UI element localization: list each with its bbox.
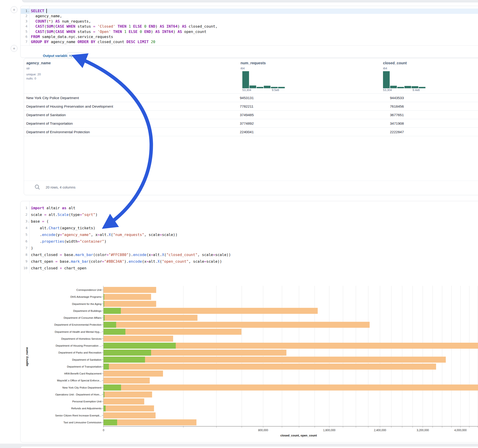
cell-num-requests: 3774892: [240, 119, 254, 128]
table-row[interactable]: Department of Sanitation 3749485 3677651: [24, 110, 478, 119]
cell-closed-count: 2222847: [390, 128, 404, 136]
y-axis-title: agency_name: [25, 347, 29, 367]
y-tick-label: Department of Transportation: [67, 365, 101, 368]
table-preview-card: agency_name str unique: 20 nulls: 0 num_…: [24, 58, 478, 195]
line-number: 7: [20, 40, 27, 44]
table-row[interactable]: Department of Environmental Protection 2…: [24, 127, 478, 136]
line-number: 5: [20, 30, 27, 33]
active-line-highlight: [30, 8, 478, 14]
histogram-bar: [264, 86, 270, 88]
cell-closed-count: 7618456: [390, 102, 404, 111]
line-number: 9: [20, 260, 27, 263]
cell-divider: [20, 45, 478, 46]
table-row[interactable]: Department of Transportation 3774892 347…: [24, 119, 478, 128]
column-dtype-closed-count: i64: [383, 67, 387, 70]
histogram-max-label: 9.4e6: [413, 88, 420, 92]
line-number: 10: [20, 266, 27, 270]
text-cursor: [46, 9, 47, 13]
y-tick-label: Refunds and Adjustments: [71, 407, 101, 410]
histogram-bar: [278, 87, 285, 88]
y-tick-label: Mayorâ€ s Office of Special Enforce...: [57, 379, 101, 382]
y-tick-label: Correspondence Unit: [76, 288, 101, 291]
y-tick-label: Personal Exemption Unit: [72, 400, 101, 403]
bar-closed: [104, 364, 436, 370]
cell-agency-name: Department of Transportation: [26, 119, 73, 128]
column-meta-nulls: nulls: 0: [26, 77, 36, 80]
histogram-bar: [390, 86, 397, 88]
search-icon[interactable]: [34, 184, 40, 191]
code-line: chart_closed + chart_open: [31, 266, 87, 270]
histogram-closed-count: [383, 70, 426, 89]
histogram-max-label: 9.5e6: [272, 88, 279, 92]
sql-code-cell[interactable]: 1⌄234567 SELECT agency_name, COUNT(*) AS…: [20, 6, 478, 58]
y-tick-label: Department for the Aging: [72, 303, 101, 305]
y-tick-label: New York City Police Department: [63, 386, 102, 389]
bar-closed: [104, 336, 173, 342]
cell-agency-name: Department of Sanitation: [26, 111, 66, 119]
code-line: SELECT: [31, 9, 47, 13]
line-number: 1: [20, 206, 27, 210]
add-cell-button-top[interactable]: +: [11, 6, 18, 13]
cell-agency-name: Department of Housing Preservation and D…: [26, 102, 113, 111]
column-header-num-requests: num_requests: [240, 61, 266, 65]
line-number: 8: [20, 253, 27, 256]
line-number: 6: [20, 239, 27, 243]
line-number: 3: [20, 19, 27, 23]
output-variable-pill[interactable]: agency_tickets: [67, 53, 87, 58]
histogram-num-requests: [242, 70, 285, 89]
bar-open: [104, 315, 105, 321]
x-axis-title: closed_count, open_count: [280, 434, 317, 437]
bar-closed: [104, 412, 156, 418]
add-cell-button-middle[interactable]: +: [11, 45, 18, 52]
column-header-closed-count: closed_count: [383, 61, 407, 65]
y-tick-label: Senior Citizen Rent Increase Exempti...: [55, 414, 101, 417]
bar-open: [104, 294, 104, 300]
line-number: 4: [20, 25, 27, 28]
bar-closed: [104, 392, 152, 398]
x-tick-label: 3,200,000: [417, 429, 429, 432]
y-tick-label: Department of Parks and Recreation: [58, 351, 101, 354]
cell-num-requests: 3749485: [240, 111, 254, 119]
y-tick-label: HRA Benefit Card Replacement: [64, 372, 102, 375]
bar-closed: [104, 357, 446, 363]
table-row[interactable]: Department of Housing Preservation and D…: [24, 102, 478, 111]
line-number: 5: [20, 233, 27, 236]
code-line: base = (: [31, 219, 49, 224]
bar-open: [104, 329, 126, 335]
code-line: CAST(SUM(CASE WHEN status = 'Closed' THE…: [31, 24, 217, 29]
y-tick-label: Department of Housing Preservation ...: [56, 344, 101, 347]
line-number: 2: [20, 14, 27, 18]
x-tick-label: 1,600,000: [323, 429, 335, 432]
cell-closed-count: 3677651: [390, 111, 404, 119]
cell-num-requests: 9453131: [240, 93, 254, 102]
table-area-divider: [24, 181, 478, 181]
column-header-agency-name: agency_name: [26, 61, 51, 65]
fold-chevron-icon[interactable]: ⌄: [28, 10, 30, 13]
bar-open: [104, 357, 145, 363]
bar-closed: [104, 405, 154, 411]
histogram-bar: [271, 87, 278, 88]
bar-closed: [104, 301, 156, 307]
table-row[interactable]: New York City Police Department 9453131 …: [24, 93, 478, 102]
bar-closed: [104, 398, 144, 404]
bar-open: [104, 308, 121, 314]
x-tick-label: 0: [103, 429, 104, 432]
code-line: chart_closed = base.mark_bar(color="#FFC…: [31, 253, 231, 257]
y-tick-label: Department of Sanitation: [72, 358, 101, 361]
table-bottom-border: [24, 136, 478, 136]
bar-open: [104, 405, 106, 411]
code-line: agency_name,: [31, 14, 62, 18]
line-number: 4: [20, 226, 27, 230]
x-tick-label: 2,400,000: [374, 429, 386, 432]
y-tick-label: Department of Environmental Protection: [54, 323, 101, 326]
code-line: GROUP BY agency_name ORDER BY closed_cou…: [31, 40, 155, 44]
cell-num-requests: 7782211: [240, 102, 253, 111]
bar-closed: [104, 294, 151, 300]
next-cell-edge: [20, 446, 478, 448]
bar-closed: [104, 378, 150, 384]
bar-closed: [104, 371, 163, 377]
code-line: FROM sample_data.nyc.service_requests: [31, 35, 113, 39]
code-line: .encode(y="agency_name", x=alt.X("num_re…: [31, 232, 177, 237]
fold-chevron-icon[interactable]: ⌄: [28, 220, 30, 223]
altair-bar-chart: Correspondence UnitDHS Advantage Program…: [0, 283, 478, 445]
